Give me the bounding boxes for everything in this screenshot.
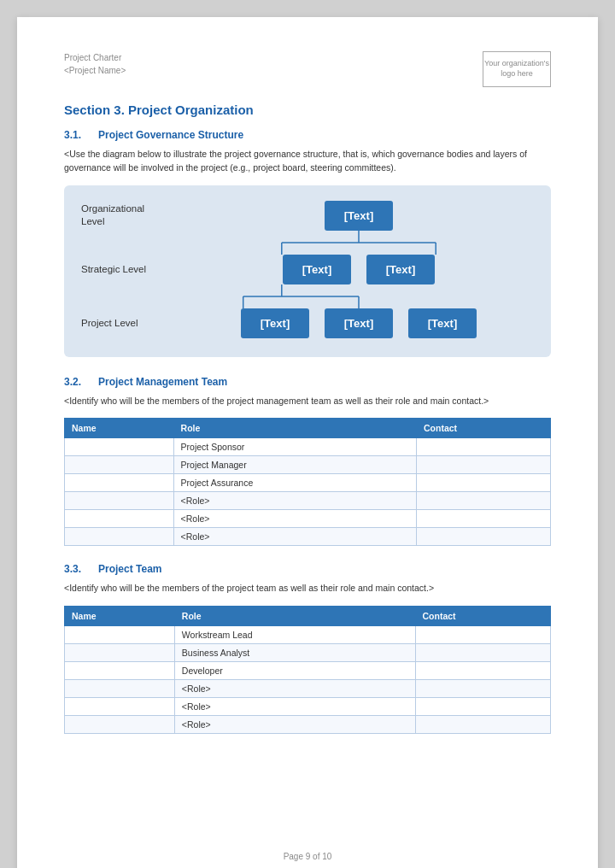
table-row: Project Sponsor <box>65 438 551 456</box>
org-level-label-3: Project Level <box>81 317 184 330</box>
team-table-header-row: Name Role Contact <box>65 607 551 626</box>
table-row: Developer <box>65 662 551 680</box>
subsection-3-1-desc: <Use the diagram below to illustrate the… <box>64 148 551 175</box>
org-nodes-2: [Text] [Text] <box>184 255 534 284</box>
section-title: Section 3. Project Organization <box>64 103 551 117</box>
org-row-2: Strategic Level [Text] [Text] <box>81 255 534 284</box>
table-row: Workstream Lead <box>65 626 551 644</box>
subsection-3-2-desc: <Identify who will be the members of the… <box>64 395 551 408</box>
table-cell <box>65 662 175 680</box>
org-level-label-1: OrganizationalLevel <box>81 202 184 228</box>
table-cell: Project Assurance <box>173 474 416 492</box>
table-cell <box>415 644 551 662</box>
table-cell <box>65 510 174 528</box>
table-cell <box>417 510 551 528</box>
table-row: <Role> <box>65 698 551 716</box>
table-cell: Project Sponsor <box>173 438 416 456</box>
logo-box: Your organization's logo here <box>483 51 551 87</box>
table-cell <box>417 528 551 546</box>
table-cell: <Role> <box>174 680 415 698</box>
table-cell <box>415 680 551 698</box>
management-table: Name Role Contact Project SponsorProject… <box>64 418 551 546</box>
org-box-2-2: [Text] <box>366 255 435 284</box>
org-chart: OrganizationalLevel [Text] <box>64 185 551 357</box>
subsection-3-3-num: 3.3. <box>64 563 88 575</box>
table-cell <box>65 456 174 474</box>
org-row-3: Project Level [Text] [Text] [Text] <box>81 308 534 338</box>
table-cell: <Role> <box>173 510 416 528</box>
team-col-role: Role <box>174 607 415 626</box>
table-cell <box>65 698 175 716</box>
table-cell <box>415 698 551 716</box>
table-cell: <Role> <box>173 528 416 546</box>
table-cell <box>417 474 551 492</box>
subsection-3-2-title: 3.2. Project Management Team <box>64 376 551 388</box>
table-row: Project Assurance <box>65 474 551 492</box>
subsection-3-1-label: Project Governance Structure <box>98 129 243 141</box>
table-cell <box>415 716 551 734</box>
table-cell <box>415 662 551 680</box>
connector-svg-1 <box>184 231 534 255</box>
table-cell: <Role> <box>174 716 415 734</box>
header-line2: <Project Name> <box>64 64 126 77</box>
table-cell: Project Manager <box>173 456 416 474</box>
table-cell <box>65 492 174 510</box>
connector-2-3 <box>81 284 534 308</box>
table-cell <box>65 438 174 456</box>
table-row: Business Analyst <box>65 644 551 662</box>
table-cell <box>65 528 174 546</box>
subsection-3-1-title: 3.1. Project Governance Structure <box>64 129 551 141</box>
table-cell: <Role> <box>174 698 415 716</box>
subsection-3-2-num: 3.2. <box>64 376 88 388</box>
org-box-3-3: [Text] <box>408 308 477 338</box>
mgmt-col-role: Role <box>173 419 416 438</box>
org-box-1-1: [Text] <box>325 201 393 231</box>
table-row: <Role> <box>65 510 551 528</box>
table-row: Project Manager <box>65 456 551 474</box>
management-table-header-row: Name Role Contact <box>65 419 551 438</box>
subsection-3-2-label: Project Management Team <box>98 376 227 388</box>
table-cell <box>65 474 174 492</box>
org-box-3-2: [Text] <box>325 308 393 338</box>
table-cell <box>65 626 175 644</box>
page-footer: Page 9 of 10 <box>17 852 598 861</box>
header-left: Project Charter <Project Name> <box>64 51 126 77</box>
org-box-2-1: [Text] <box>283 255 351 284</box>
mgmt-col-contact: Contact <box>417 419 551 438</box>
subsection-3-3-label: Project Team <box>98 563 161 575</box>
subsection-3-1-num: 3.1. <box>64 129 88 141</box>
org-nodes-3: [Text] [Text] [Text] <box>184 308 534 338</box>
table-row: <Role> <box>65 492 551 510</box>
team-col-contact: Contact <box>415 607 551 626</box>
org-level-label-2: Strategic Level <box>81 263 184 276</box>
table-cell: Workstream Lead <box>174 626 415 644</box>
logo-text: Your organization's logo here <box>483 59 550 79</box>
page: Project Charter <Project Name> Your orga… <box>17 17 598 868</box>
table-cell <box>417 456 551 474</box>
table-row: <Role> <box>65 716 551 734</box>
table-cell <box>65 716 175 734</box>
table-cell <box>65 680 175 698</box>
table-cell: <Role> <box>173 492 416 510</box>
page-number: Page 9 of 10 <box>284 852 332 861</box>
page-header: Project Charter <Project Name> Your orga… <box>64 51 551 87</box>
subsection-3-3-desc: <Identify who will be the members of the… <box>64 582 551 595</box>
org-box-3-1: [Text] <box>241 308 309 338</box>
header-line1: Project Charter <box>64 51 126 64</box>
subsection-3-3-title: 3.3. Project Team <box>64 563 551 575</box>
team-col-name: Name <box>65 607 175 626</box>
table-cell <box>65 644 175 662</box>
connector-1-2 <box>81 231 534 255</box>
org-nodes-1: [Text] <box>184 201 534 231</box>
connector-svg-2 <box>184 284 534 308</box>
table-cell <box>417 438 551 456</box>
table-cell: Developer <box>174 662 415 680</box>
table-row: <Role> <box>65 680 551 698</box>
org-row-1: OrganizationalLevel [Text] <box>81 201 534 231</box>
table-cell <box>415 626 551 644</box>
table-row: <Role> <box>65 528 551 546</box>
table-cell: Business Analyst <box>174 644 415 662</box>
team-table: Name Role Contact Workstream LeadBusines… <box>64 606 551 734</box>
table-cell <box>417 492 551 510</box>
mgmt-col-name: Name <box>65 419 174 438</box>
